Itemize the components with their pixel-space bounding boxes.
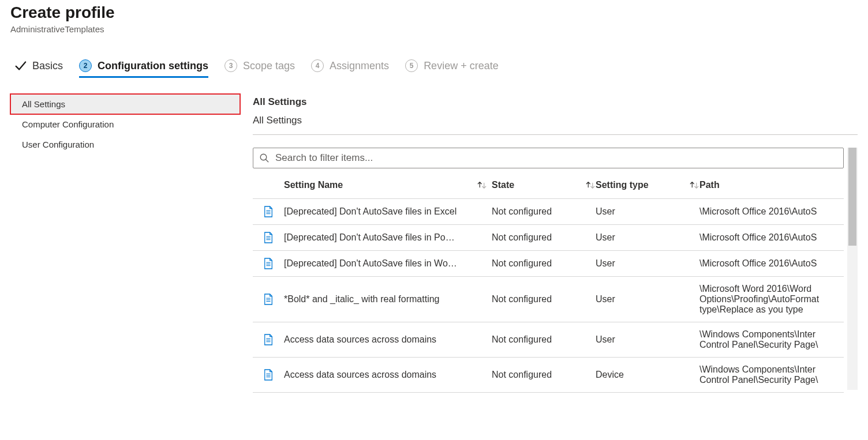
search-input[interactable] bbox=[274, 152, 837, 164]
table-row[interactable]: [Deprecated] Don't AutoSave files in Wo…… bbox=[253, 251, 844, 277]
table-header: Setting Name State bbox=[253, 172, 844, 199]
cell-setting-type: User bbox=[596, 232, 699, 243]
col-header-label: Path bbox=[699, 180, 720, 190]
document-icon bbox=[253, 258, 284, 269]
step-label: Basics bbox=[32, 60, 63, 72]
tree-item-all-settings[interactable]: All Settings bbox=[10, 94, 240, 114]
table-row[interactable]: Access data sources across domainsNot co… bbox=[253, 358, 844, 393]
cell-path: \Microsoft Office 2016\AutoS bbox=[699, 206, 844, 217]
col-header-label: Setting Name bbox=[284, 180, 343, 190]
cell-setting-type: Device bbox=[596, 370, 699, 380]
cell-setting-name: Access data sources across domains bbox=[284, 334, 492, 345]
sort-icon[interactable] bbox=[585, 181, 596, 189]
cell-setting-name: [Deprecated] Don't AutoSave files in Po… bbox=[284, 232, 492, 243]
tree-item-computer-configuration[interactable]: Computer Configuration bbox=[10, 114, 240, 134]
settings-table: Setting Name State bbox=[253, 172, 844, 393]
table-row[interactable]: *Bold* and _italic_ with real formatting… bbox=[253, 277, 844, 322]
cell-setting-name: [Deprecated] Don't AutoSave files in Wo… bbox=[284, 258, 492, 269]
step-number-badge: 5 bbox=[405, 59, 418, 72]
step-number-badge: 3 bbox=[225, 59, 237, 72]
settings-tree: All Settings Computer Configuration User… bbox=[10, 94, 240, 393]
col-header-path[interactable]: Path bbox=[699, 180, 844, 190]
step-basics[interactable]: Basics bbox=[14, 59, 63, 78]
cell-state: Not configured bbox=[492, 334, 596, 345]
cell-state: Not configured bbox=[492, 206, 596, 217]
step-label: Configuration settings bbox=[98, 60, 208, 72]
step-number-badge: 2 bbox=[79, 59, 92, 72]
col-header-label: State bbox=[492, 180, 514, 190]
page-subtitle: AdministrativeTemplates bbox=[10, 24, 858, 34]
step-scope-tags[interactable]: 3 Scope tags bbox=[225, 59, 295, 78]
cell-path: \Microsoft Word 2016\Word Options\Proofi… bbox=[699, 284, 844, 315]
cell-setting-name: *Bold* and _italic_ with real formatting bbox=[284, 294, 492, 304]
cell-path: \Windows Components\Inter Control Panel\… bbox=[699, 364, 844, 385]
sort-icon[interactable] bbox=[689, 181, 699, 189]
page-title: Create profile bbox=[10, 3, 858, 22]
step-review-create[interactable]: 5 Review + create bbox=[405, 59, 499, 78]
breadcrumb: All Settings bbox=[253, 115, 858, 126]
sort-icon[interactable] bbox=[477, 181, 487, 189]
document-icon bbox=[253, 294, 284, 305]
cell-setting-name: Access data sources across domains bbox=[284, 370, 492, 380]
step-assignments[interactable]: 4 Assignments bbox=[311, 59, 389, 78]
search-box[interactable] bbox=[253, 148, 844, 168]
cell-setting-type: User bbox=[596, 294, 699, 304]
cell-state: Not configured bbox=[492, 232, 596, 243]
cell-setting-name: [Deprecated] Don't AutoSave files in Exc… bbox=[284, 206, 492, 217]
cell-setting-type: User bbox=[596, 206, 699, 217]
cell-state: Not configured bbox=[492, 258, 596, 269]
content-heading: All Settings bbox=[253, 96, 858, 108]
divider bbox=[253, 134, 858, 135]
scrollbar[interactable] bbox=[847, 148, 858, 390]
cell-state: Not configured bbox=[492, 294, 596, 304]
document-icon bbox=[253, 369, 284, 381]
col-header-type[interactable]: Setting type bbox=[596, 180, 699, 190]
step-configuration-settings[interactable]: 2 Configuration settings bbox=[79, 59, 208, 78]
wizard-steps: Basics 2 Configuration settings 3 Scope … bbox=[10, 59, 858, 78]
cell-path: \Windows Components\Inter Control Panel\… bbox=[699, 329, 844, 350]
step-number-badge: 4 bbox=[311, 59, 324, 72]
cell-state: Not configured bbox=[492, 370, 596, 380]
table-row[interactable]: Access data sources across domainsNot co… bbox=[253, 322, 844, 358]
document-icon bbox=[253, 334, 284, 345]
step-label: Review + create bbox=[424, 60, 499, 72]
cell-setting-type: User bbox=[596, 334, 699, 345]
step-label: Scope tags bbox=[243, 60, 295, 72]
cell-setting-type: User bbox=[596, 258, 699, 269]
document-icon bbox=[253, 232, 284, 243]
cell-path: \Microsoft Office 2016\AutoS bbox=[699, 232, 844, 243]
table-row[interactable]: [Deprecated] Don't AutoSave files in Exc… bbox=[253, 199, 844, 225]
step-label: Assignments bbox=[330, 60, 389, 72]
check-icon bbox=[14, 59, 27, 72]
search-icon bbox=[259, 153, 270, 163]
col-header-name[interactable]: Setting Name bbox=[284, 180, 492, 190]
cell-path: \Microsoft Office 2016\AutoS bbox=[699, 258, 844, 269]
scrollbar-thumb[interactable] bbox=[848, 148, 856, 246]
document-icon bbox=[253, 206, 284, 217]
table-row[interactable]: [Deprecated] Don't AutoSave files in Po…… bbox=[253, 225, 844, 251]
col-header-state[interactable]: State bbox=[492, 180, 596, 190]
col-header-label: Setting type bbox=[596, 180, 649, 190]
svg-line-1 bbox=[265, 159, 268, 162]
tree-item-user-configuration[interactable]: User Configuration bbox=[10, 134, 240, 155]
